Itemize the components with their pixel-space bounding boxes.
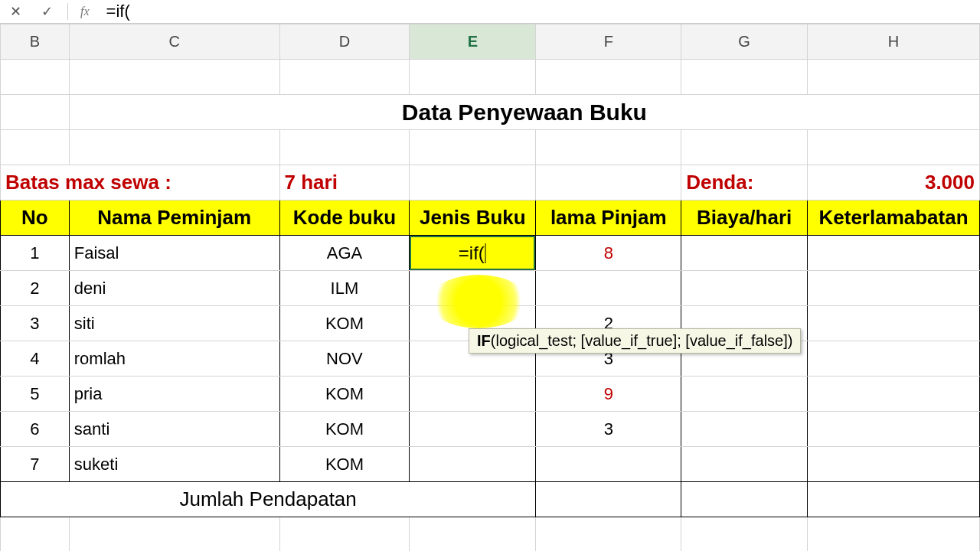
cell-no[interactable]: 4 <box>1 341 70 377</box>
limit-value: 7 hari <box>279 165 410 201</box>
tooltip-args: (logical_test; [value_if_true]; [value_i… <box>491 332 793 349</box>
cell-biaya[interactable] <box>681 412 808 447</box>
cell-biaya[interactable] <box>681 447 808 482</box>
table-header: No <box>1 201 70 236</box>
cell-no[interactable]: 1 <box>1 236 70 271</box>
cell-no[interactable]: 5 <box>1 377 70 412</box>
fine-label: Denda: <box>681 165 808 201</box>
col-header-D[interactable]: D <box>279 24 410 60</box>
enter-icon[interactable]: ✓ <box>31 0 63 23</box>
table-header: Kode buku <box>279 201 410 236</box>
tooltip-fn: IF <box>477 332 491 349</box>
cell-no[interactable]: 2 <box>1 271 70 306</box>
formula-bar: ✕ ✓ fx =if( <box>0 0 980 24</box>
cell-nama[interactable]: Faisal <box>69 236 279 271</box>
cell-terlambat[interactable] <box>808 341 980 377</box>
cell-kode[interactable]: ILM <box>279 271 410 306</box>
cell-lama[interactable]: 9 <box>536 377 681 412</box>
formula-input[interactable]: =if( <box>103 2 980 21</box>
cell[interactable] <box>1 60 70 95</box>
cell[interactable] <box>279 60 410 95</box>
cell-nama[interactable]: pria <box>69 377 279 412</box>
cell-terlambat[interactable] <box>808 271 980 306</box>
separator <box>67 3 68 20</box>
cell-lama[interactable]: 8 <box>536 236 681 271</box>
cell-kode[interactable]: AGA <box>279 236 410 271</box>
fine-value: 3.000 <box>808 165 980 201</box>
cell-kode[interactable]: KOM <box>279 377 410 412</box>
cell-biaya[interactable] <box>681 377 808 412</box>
cell-jenis-active[interactable]: =if( <box>410 236 536 271</box>
cell-no[interactable]: 3 <box>1 306 70 341</box>
cell-nama[interactable]: romlah <box>69 341 279 377</box>
cell-terlambat[interactable] <box>808 412 980 447</box>
table-row: 7suketiKOM <box>1 447 980 482</box>
col-header-F[interactable]: F <box>536 24 681 60</box>
cell-jenis[interactable] <box>410 377 536 412</box>
cell-nama[interactable]: deni <box>69 271 279 306</box>
fx-icon[interactable]: fx <box>80 5 90 18</box>
table-row: 2deniILM <box>1 271 980 306</box>
table-row: 5priaKOM9 <box>1 377 980 412</box>
cell[interactable] <box>681 60 808 95</box>
cancel-icon[interactable]: ✕ <box>0 0 31 23</box>
col-header-H[interactable]: H <box>808 24 980 60</box>
cell-jenis[interactable] <box>410 271 536 306</box>
cell-no[interactable]: 7 <box>1 447 70 482</box>
page-title: Data Penyewaan Buku <box>69 95 979 130</box>
cell-kode[interactable]: KOM <box>279 306 410 341</box>
cell[interactable] <box>410 60 536 95</box>
cell-biaya[interactable] <box>681 271 808 306</box>
spreadsheet-grid[interactable]: BCDEFGHData Penyewaan Buku Batas max sew… <box>0 24 980 551</box>
cell[interactable] <box>808 60 980 95</box>
table-header: Biaya/hari <box>681 201 808 236</box>
table-header: Jenis Buku <box>410 201 536 236</box>
cell-nama[interactable]: santi <box>69 412 279 447</box>
cell-terlambat[interactable] <box>808 377 980 412</box>
table-header: Nama Peminjam <box>69 201 279 236</box>
col-header-E[interactable]: E <box>410 24 536 60</box>
cell-lama[interactable] <box>536 447 681 482</box>
cell-lama[interactable]: 3 <box>536 412 681 447</box>
cell[interactable] <box>536 60 681 95</box>
table-header: Keterlamabatan <box>808 201 980 236</box>
cell[interactable] <box>69 60 279 95</box>
cell-nama[interactable]: suketi <box>69 447 279 482</box>
cell-jenis[interactable] <box>410 412 536 447</box>
cell-lama[interactable] <box>536 271 681 306</box>
cell-kode[interactable]: NOV <box>279 341 410 377</box>
cell-terlambat[interactable] <box>808 306 980 341</box>
col-header-G[interactable]: G <box>681 24 808 60</box>
col-header-B[interactable]: B <box>1 24 70 60</box>
footer-label: Jumlah Pendapatan <box>1 482 536 517</box>
cell-terlambat[interactable] <box>808 447 980 482</box>
limit-label: Batas max sewa : <box>1 165 280 201</box>
table-row: 1FaisalAGA=if(8 <box>1 236 980 271</box>
cell-kode[interactable]: KOM <box>279 447 410 482</box>
cell-kode[interactable]: KOM <box>279 412 410 447</box>
cell-biaya[interactable] <box>681 236 808 271</box>
formula-tooltip: IF(logical_test; [value_if_true]; [value… <box>469 328 801 354</box>
cell-terlambat[interactable] <box>808 236 980 271</box>
table-row: 6santiKOM3 <box>1 412 980 447</box>
col-header-C[interactable]: C <box>69 24 279 60</box>
cell-no[interactable]: 6 <box>1 412 70 447</box>
cell-nama[interactable]: siti <box>69 306 279 341</box>
cell-jenis[interactable] <box>410 447 536 482</box>
table-header: lama Pinjam <box>536 201 681 236</box>
